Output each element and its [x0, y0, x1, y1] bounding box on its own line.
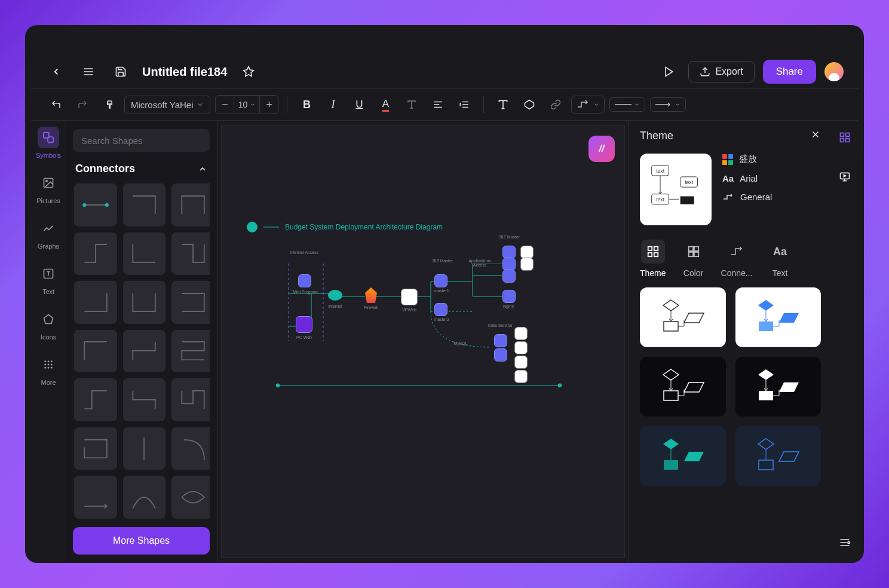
sidebar-text[interactable]: Text	[31, 263, 66, 295]
cloud-icon[interactable]	[328, 290, 342, 301]
format-painter-button[interactable]	[98, 94, 119, 115]
diagram-node[interactable]	[494, 348, 507, 362]
save-button[interactable]	[110, 61, 131, 82]
diagram-node[interactable]	[434, 274, 447, 287]
connector-shape[interactable]	[123, 330, 166, 373]
theme-option[interactable]	[640, 426, 726, 486]
connector-shape[interactable]	[171, 281, 210, 324]
connector-shape[interactable]	[171, 183, 210, 226]
canvas[interactable]: // Budget System Deployment Architecture…	[221, 125, 625, 558]
diagram-node[interactable]	[298, 274, 311, 287]
connector-shape[interactable]	[74, 232, 117, 275]
sidebar-more[interactable]: More	[31, 354, 66, 386]
font-selector[interactable]: Microsoft YaHei	[124, 96, 210, 114]
diagram-node[interactable]	[514, 341, 528, 354]
favorite-button[interactable]	[238, 61, 259, 82]
bold-button[interactable]: B	[296, 94, 317, 115]
share-button[interactable]: Share	[763, 60, 816, 84]
font-color-button[interactable]: A	[375, 94, 396, 115]
tab-theme[interactable]: Theme	[640, 240, 666, 278]
connector-shape[interactable]	[123, 232, 166, 275]
tab-text[interactable]: AaText	[768, 240, 792, 278]
arrow-style-dropdown[interactable]	[650, 97, 686, 112]
theme-option[interactable]	[735, 287, 821, 347]
diagram-node[interactable]	[502, 290, 516, 303]
export-button[interactable]: Export	[688, 61, 754, 82]
color-scheme-row[interactable]: 盛放	[722, 154, 821, 165]
connector-shape[interactable]	[171, 330, 210, 373]
sidebar-pictures[interactable]: Pictures	[31, 172, 66, 204]
diagram-node[interactable]	[514, 370, 528, 383]
play-button[interactable]	[658, 61, 680, 82]
connector-shape[interactable]	[74, 183, 117, 226]
theme-option[interactable]	[735, 357, 821, 416]
connector-shape[interactable]	[171, 378, 210, 421]
diagram-node[interactable]	[296, 316, 312, 333]
diagram-node[interactable]	[494, 334, 507, 347]
text-tool-button[interactable]	[492, 94, 514, 115]
search-box[interactable]	[73, 129, 210, 152]
connector-row[interactable]: General	[722, 192, 821, 202]
diagram-node[interactable]	[514, 356, 528, 369]
redo-button[interactable]	[72, 94, 93, 115]
italic-button[interactable]: I	[322, 94, 344, 115]
connector-shape[interactable]	[123, 183, 166, 226]
connector-shape[interactable]	[74, 476, 117, 519]
diagram-node[interactable]	[502, 270, 516, 283]
decrease-size-button[interactable]: −	[216, 96, 234, 114]
text-case-button[interactable]	[401, 94, 422, 115]
font-size-value[interactable]: 10	[234, 96, 260, 113]
back-button[interactable]	[45, 61, 67, 82]
diagram-title[interactable]: Budget System Deployment Architecture Di…	[247, 222, 443, 232]
align-button[interactable]	[427, 94, 449, 115]
connector-shape[interactable]	[123, 427, 166, 470]
connector-shape[interactable]	[171, 476, 210, 519]
connector-shape[interactable]	[74, 378, 117, 421]
diagram-node[interactable]	[502, 258, 516, 271]
preview-thumbnail[interactable]: text text text	[640, 154, 712, 225]
present-button[interactable]	[834, 166, 856, 188]
menu-button[interactable]	[78, 61, 99, 82]
section-header[interactable]: Connectors	[75, 163, 207, 175]
theme-option[interactable]	[735, 426, 821, 486]
diagram-node[interactable]	[502, 246, 516, 259]
avatar[interactable]	[824, 62, 844, 81]
tab-connector[interactable]: Conne...	[721, 240, 753, 278]
sidebar-graphs[interactable]: Graphs	[31, 218, 66, 250]
font-row[interactable]: Aa Arial	[722, 173, 821, 183]
link-button[interactable]	[545, 94, 566, 115]
diagram-node[interactable]	[401, 289, 418, 305]
undo-button[interactable]	[45, 94, 67, 115]
diagram-node[interactable]	[434, 303, 447, 316]
fill-button[interactable]	[519, 94, 540, 115]
connector-shape[interactable]	[171, 232, 210, 275]
svg-point-22	[46, 180, 48, 182]
more-shapes-button[interactable]: More Shapes	[73, 527, 210, 555]
underline-button[interactable]: U	[348, 94, 370, 115]
connector-shape[interactable]	[74, 281, 117, 324]
connector-style-dropdown[interactable]	[571, 96, 605, 114]
sidebar-symbols[interactable]: Symbols	[31, 127, 66, 159]
diagram-node[interactable]	[520, 258, 534, 271]
connector-shape[interactable]	[123, 476, 166, 519]
connector-shape[interactable]	[171, 427, 210, 470]
sidebar-icons[interactable]: Icons	[31, 308, 66, 341]
increase-size-button[interactable]: +	[260, 96, 278, 114]
close-button[interactable]	[810, 129, 821, 143]
file-title[interactable]: Untitled file184	[142, 65, 227, 79]
connector-shape[interactable]	[123, 378, 166, 421]
search-input[interactable]	[81, 136, 195, 146]
connector-shape[interactable]	[74, 427, 117, 470]
connector-shape[interactable]	[123, 281, 166, 324]
apps-button[interactable]	[834, 127, 856, 148]
connector-shape[interactable]	[74, 330, 117, 373]
theme-option[interactable]	[640, 357, 726, 416]
line-spacing-button[interactable]	[453, 94, 475, 115]
ai-badge-icon[interactable]: //	[588, 136, 615, 162]
line-style-dropdown[interactable]	[609, 97, 645, 112]
diagram-node[interactable]	[514, 327, 528, 340]
diagram-node[interactable]	[520, 246, 534, 259]
theme-option[interactable]	[640, 287, 726, 347]
tab-color[interactable]: Color	[682, 240, 706, 278]
layers-button[interactable]	[834, 532, 856, 553]
